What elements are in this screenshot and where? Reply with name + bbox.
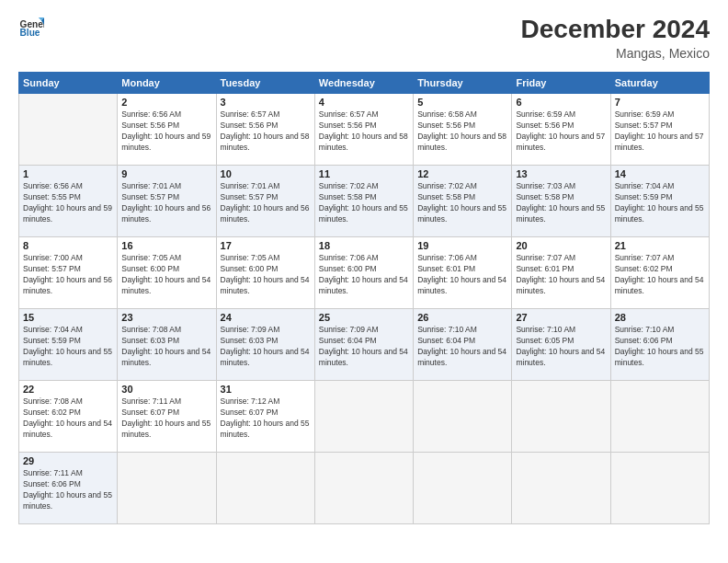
table-row (19, 94, 118, 166)
day-number: 11 (319, 168, 409, 179)
day-info: Sunrise: 7:08 AM Sunset: 6:02 PM Dayligh… (23, 396, 113, 441)
table-row: 21Sunrise: 7:07 AM Sunset: 6:02 PM Dayli… (610, 237, 709, 309)
day-info: Sunrise: 7:03 AM Sunset: 5:58 PM Dayligh… (516, 181, 606, 225)
table-row: 9Sunrise: 7:01 AM Sunset: 5:57 PM Daylig… (118, 166, 216, 237)
day-number: 27 (516, 312, 606, 323)
table-row (118, 453, 216, 524)
table-row: 23Sunrise: 7:08 AM Sunset: 6:03 PM Dayli… (118, 309, 216, 381)
calendar-week-row: 22Sunrise: 7:08 AM Sunset: 6:02 PM Dayli… (19, 381, 710, 453)
day-number: 13 (516, 168, 606, 179)
table-row: 30Sunrise: 7:11 AM Sunset: 6:07 PM Dayli… (118, 381, 216, 453)
table-row (512, 453, 610, 524)
col-friday: Friday (512, 73, 610, 94)
day-number: 14 (615, 168, 705, 179)
table-row: 2Sunrise: 6:56 AM Sunset: 5:56 PM Daylig… (118, 94, 216, 166)
table-row: 25Sunrise: 7:09 AM Sunset: 6:04 PM Dayli… (314, 309, 413, 381)
day-info: Sunrise: 7:02 AM Sunset: 5:58 PM Dayligh… (319, 181, 409, 225)
day-number: 23 (121, 312, 211, 323)
day-info: Sunrise: 7:06 AM Sunset: 6:00 PM Dayligh… (319, 253, 409, 297)
day-number: 20 (516, 240, 606, 251)
col-thursday: Thursday (414, 73, 512, 94)
table-row: 20Sunrise: 7:07 AM Sunset: 6:01 PM Dayli… (512, 237, 610, 309)
table-row: 11Sunrise: 7:02 AM Sunset: 5:58 PM Dayli… (314, 166, 413, 237)
calendar-table: Sunday Monday Tuesday Wednesday Thursday… (18, 72, 710, 524)
day-number: 10 (221, 168, 311, 179)
day-number: 3 (221, 97, 311, 108)
day-number: 12 (417, 168, 507, 179)
day-number: 7 (615, 97, 705, 108)
day-number: 5 (417, 97, 507, 108)
day-number: 15 (23, 312, 113, 323)
day-info: Sunrise: 7:08 AM Sunset: 6:03 PM Dayligh… (121, 325, 211, 369)
sub-title: Mangas, Mexico (521, 46, 710, 61)
day-info: Sunrise: 7:02 AM Sunset: 5:58 PM Dayligh… (417, 181, 507, 225)
table-row: 29Sunrise: 7:11 AM Sunset: 6:06 PM Dayli… (19, 453, 118, 524)
table-row: 12Sunrise: 7:02 AM Sunset: 5:58 PM Dayli… (414, 166, 512, 237)
day-number: 29 (23, 455, 113, 466)
table-row: 16Sunrise: 7:05 AM Sunset: 6:00 PM Dayli… (118, 237, 216, 309)
calendar-week-row: 2Sunrise: 6:56 AM Sunset: 5:56 PM Daylig… (19, 94, 710, 166)
table-row: 14Sunrise: 7:04 AM Sunset: 5:59 PM Dayli… (610, 166, 709, 237)
day-number: 28 (615, 312, 705, 323)
main-title: December 2024 (521, 15, 710, 44)
calendar-week-row: 15Sunrise: 7:04 AM Sunset: 5:59 PM Dayli… (19, 309, 710, 381)
col-sunday: Sunday (19, 73, 118, 94)
logo: General Blue (18, 15, 44, 40)
table-row: 22Sunrise: 7:08 AM Sunset: 6:02 PM Dayli… (19, 381, 118, 453)
day-info: Sunrise: 6:58 AM Sunset: 5:56 PM Dayligh… (417, 109, 507, 154)
title-block: December 2024 Mangas, Mexico (521, 15, 710, 61)
day-number: 6 (516, 97, 606, 108)
day-info: Sunrise: 7:04 AM Sunset: 5:59 PM Dayligh… (615, 181, 705, 225)
day-info: Sunrise: 7:00 AM Sunset: 5:57 PM Dayligh… (23, 253, 113, 297)
table-row (414, 381, 512, 453)
table-row: 31Sunrise: 7:12 AM Sunset: 6:07 PM Dayli… (216, 381, 314, 453)
day-number: 2 (121, 97, 211, 108)
table-row: 24Sunrise: 7:09 AM Sunset: 6:03 PM Dayli… (216, 309, 314, 381)
calendar-week-row: 29Sunrise: 7:11 AM Sunset: 6:06 PM Dayli… (19, 453, 710, 524)
svg-text:Blue: Blue (20, 28, 40, 38)
table-row: 17Sunrise: 7:05 AM Sunset: 6:00 PM Dayli… (216, 237, 314, 309)
table-row (414, 453, 512, 524)
day-info: Sunrise: 7:10 AM Sunset: 6:06 PM Dayligh… (615, 325, 705, 369)
table-row: 8Sunrise: 7:00 AM Sunset: 5:57 PM Daylig… (19, 237, 118, 309)
day-info: Sunrise: 7:06 AM Sunset: 6:01 PM Dayligh… (417, 253, 507, 297)
table-row: 28Sunrise: 7:10 AM Sunset: 6:06 PM Dayli… (610, 309, 709, 381)
day-info: Sunrise: 6:59 AM Sunset: 5:57 PM Dayligh… (615, 109, 705, 154)
day-info: Sunrise: 7:10 AM Sunset: 6:04 PM Dayligh… (417, 325, 507, 369)
page-header: General Blue December 2024 Mangas, Mexic… (18, 15, 710, 61)
day-info: Sunrise: 7:01 AM Sunset: 5:57 PM Dayligh… (221, 181, 311, 225)
table-row: 6Sunrise: 6:59 AM Sunset: 5:56 PM Daylig… (512, 94, 610, 166)
day-number: 18 (319, 240, 409, 251)
table-row (216, 453, 314, 524)
calendar-week-row: 1Sunrise: 6:56 AM Sunset: 5:55 PM Daylig… (19, 166, 710, 237)
day-number: 26 (417, 312, 507, 323)
table-row: 26Sunrise: 7:10 AM Sunset: 6:04 PM Dayli… (414, 309, 512, 381)
day-info: Sunrise: 7:07 AM Sunset: 6:01 PM Dayligh… (516, 253, 606, 297)
col-saturday: Saturday (610, 73, 709, 94)
table-row: 19Sunrise: 7:06 AM Sunset: 6:01 PM Dayli… (414, 237, 512, 309)
table-row: 15Sunrise: 7:04 AM Sunset: 5:59 PM Dayli… (19, 309, 118, 381)
day-info: Sunrise: 7:05 AM Sunset: 6:00 PM Dayligh… (221, 253, 311, 297)
col-monday: Monday (118, 73, 216, 94)
day-number: 25 (319, 312, 409, 323)
table-row: 27Sunrise: 7:10 AM Sunset: 6:05 PM Dayli… (512, 309, 610, 381)
table-row (512, 381, 610, 453)
table-row: 1Sunrise: 6:56 AM Sunset: 5:55 PM Daylig… (19, 166, 118, 237)
day-number: 19 (417, 240, 507, 251)
table-row: 5Sunrise: 6:58 AM Sunset: 5:56 PM Daylig… (414, 94, 512, 166)
day-info: Sunrise: 7:01 AM Sunset: 5:57 PM Dayligh… (121, 181, 211, 225)
day-info: Sunrise: 7:11 AM Sunset: 6:07 PM Dayligh… (121, 396, 211, 441)
day-info: Sunrise: 7:04 AM Sunset: 5:59 PM Dayligh… (23, 325, 113, 369)
day-info: Sunrise: 7:12 AM Sunset: 6:07 PM Dayligh… (221, 396, 311, 441)
day-info: Sunrise: 7:11 AM Sunset: 6:06 PM Dayligh… (23, 468, 113, 512)
calendar-week-row: 8Sunrise: 7:00 AM Sunset: 5:57 PM Daylig… (19, 237, 710, 309)
day-number: 17 (221, 240, 311, 251)
day-info: Sunrise: 6:57 AM Sunset: 5:56 PM Dayligh… (319, 109, 409, 154)
day-info: Sunrise: 6:59 AM Sunset: 5:56 PM Dayligh… (516, 109, 606, 154)
day-number: 8 (23, 240, 113, 251)
day-info: Sunrise: 7:09 AM Sunset: 6:03 PM Dayligh… (221, 325, 311, 369)
table-row: 4Sunrise: 6:57 AM Sunset: 5:56 PM Daylig… (314, 94, 413, 166)
calendar-header-row: Sunday Monday Tuesday Wednesday Thursday… (19, 73, 710, 94)
day-info: Sunrise: 6:57 AM Sunset: 5:56 PM Dayligh… (221, 109, 311, 154)
table-row (314, 453, 413, 524)
